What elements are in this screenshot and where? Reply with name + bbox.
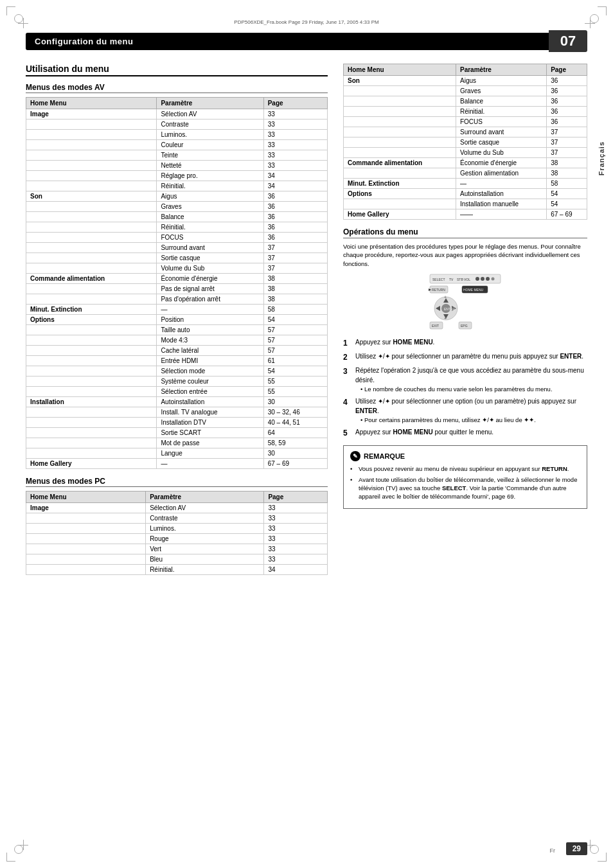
table-row: Pas de signal arrêt38 <box>26 284 328 294</box>
table-cell: Volume du Sub <box>456 148 546 158</box>
table-cell <box>344 86 456 96</box>
table-cell: Image <box>26 109 157 120</box>
list-item: 1Appuyez sur HOME MENU. <box>343 337 587 349</box>
table-cell: 37 <box>263 243 327 253</box>
table-cell: 34 <box>264 565 328 575</box>
table-cell: Mot de passe <box>157 438 263 448</box>
table-row: Bleu33 <box>26 554 328 565</box>
table-cell <box>26 356 157 366</box>
table-cell: Pas d'opération arrêt <box>157 294 263 305</box>
table-cell: Installation DTV <box>157 418 263 428</box>
table-row: Minut. Extinction—58 <box>344 179 587 189</box>
table-row: Sortie casque37 <box>344 137 587 148</box>
table-cell: Home Gallery <box>26 459 157 469</box>
table-cell: Teinte <box>157 150 263 161</box>
table-cell: 64 <box>263 428 327 438</box>
file-info: PDP506XDE_Fra.book Page 29 Friday, June … <box>77 19 536 25</box>
list-item: 5Appuyez sur HOME MENU pour quitter le m… <box>343 427 587 439</box>
svg-text:+: + <box>444 316 447 321</box>
table-cell: 57 <box>263 325 327 335</box>
table-cell: 58 <box>263 305 327 315</box>
table-cell: Position <box>157 315 263 325</box>
operations-title: Opérations du menu <box>343 227 587 238</box>
table-cell: Installation <box>26 397 157 407</box>
svg-text:STB: STB <box>457 278 463 281</box>
table-cell <box>26 161 157 171</box>
table-cell: Commande alimentation <box>26 274 157 284</box>
table-row: Installation manuelle54 <box>344 199 587 209</box>
sidebar-label: Français <box>598 141 605 175</box>
table-row: SonAigus36 <box>344 76 587 86</box>
table-row: Entrée HDMI61 <box>26 356 328 366</box>
table-cell: 36 <box>547 96 587 107</box>
table-cell: 36 <box>263 222 327 233</box>
table-cell <box>344 168 456 179</box>
table-cell <box>26 325 157 335</box>
table-row: Surround avant37 <box>344 127 587 137</box>
table-row: ImageSélection AV33 <box>26 503 328 513</box>
step-text: Appuyez sur HOME MENU pour quitter le me… <box>355 427 587 439</box>
table-cell: Surround avant <box>456 127 546 137</box>
table-cell: 54 <box>547 189 587 199</box>
table-cell: Économie d'énergie <box>456 158 546 168</box>
chapter-header: Configuration du menu 07 <box>26 30 587 52</box>
rt-col-param: Paramètre <box>456 64 546 76</box>
table-cell: Sélection entrée <box>157 387 263 397</box>
table-cell: Son <box>344 76 456 86</box>
table-cell: 55 <box>263 387 327 397</box>
table-cell: 30 – 32, 46 <box>263 407 327 418</box>
table-row: Couleur33 <box>26 140 328 150</box>
svg-text:EPG: EPG <box>461 324 468 328</box>
table-cell: 67 – 69 <box>263 459 327 469</box>
table-cell: 37 <box>263 253 327 263</box>
table-cell <box>26 565 146 575</box>
note-box: ✎ REMARQUE •Vous pouvez revenir au menu … <box>343 445 587 508</box>
table-row: OptionsAutoinstallation54 <box>344 189 587 199</box>
table-cell <box>26 387 157 397</box>
av-col-home: Home Menu <box>26 98 157 109</box>
notes-container: •Vous pouvez revenir au menu de niveau s… <box>350 465 580 500</box>
table-row: Réinitial.36 <box>344 107 587 117</box>
table-cell: Pas de signal arrêt <box>157 284 263 294</box>
table-cell <box>26 243 157 253</box>
table-cell: Home Gallery <box>344 209 456 220</box>
table-row: Luminos.33 <box>26 524 328 534</box>
table-row: Sortie casque37 <box>26 253 328 263</box>
svg-text:SELECT: SELECT <box>432 278 445 281</box>
pc-col-page: Page <box>264 492 328 503</box>
table-cell: 33 <box>263 120 327 130</box>
table-row: Réinitial.36 <box>26 222 328 233</box>
table-row: Sélection mode54 <box>26 366 328 376</box>
table-row: Gestion alimentation38 <box>344 168 587 179</box>
svg-text:EXIT: EXIT <box>432 324 439 328</box>
pc-col-home: Home Menu <box>26 492 146 503</box>
table-cell: 58, 59 <box>263 438 327 448</box>
table-row: SonAigus36 <box>26 191 328 202</box>
table-cell: Réglage pro. <box>157 171 263 181</box>
table-cell: 58 <box>547 179 587 189</box>
table-cell: 67 – 69 <box>547 209 587 220</box>
table-cell: Réinitial. <box>157 181 263 191</box>
table-cell: Install. TV analogue <box>157 407 263 418</box>
table-cell: Luminos. <box>146 524 264 534</box>
table-cell <box>344 96 456 107</box>
step-number: 1 <box>343 337 352 349</box>
table-cell: 33 <box>264 513 328 524</box>
table-cell <box>26 233 157 243</box>
table-cell: 36 <box>263 202 327 212</box>
table-cell <box>344 127 456 137</box>
table-row: Réglage pro.34 <box>26 171 328 181</box>
table-cell: 55 <box>263 376 327 387</box>
main-section-title: Utilisation du menu <box>26 64 328 76</box>
table-cell: 57 <box>263 335 327 346</box>
table-cell: Balance <box>157 212 263 222</box>
step-number: 5 <box>343 427 352 439</box>
table-cell: Couleur <box>157 140 263 150</box>
operations-desc: Voici une présentation des procédures ty… <box>343 242 587 268</box>
table-cell: 33 <box>263 130 327 140</box>
step-number: 4 <box>343 396 352 425</box>
table-cell: 33 <box>264 544 328 554</box>
table-cell: Rouge <box>146 534 264 544</box>
table-cell <box>26 263 157 274</box>
table-cell: Image <box>26 503 146 513</box>
